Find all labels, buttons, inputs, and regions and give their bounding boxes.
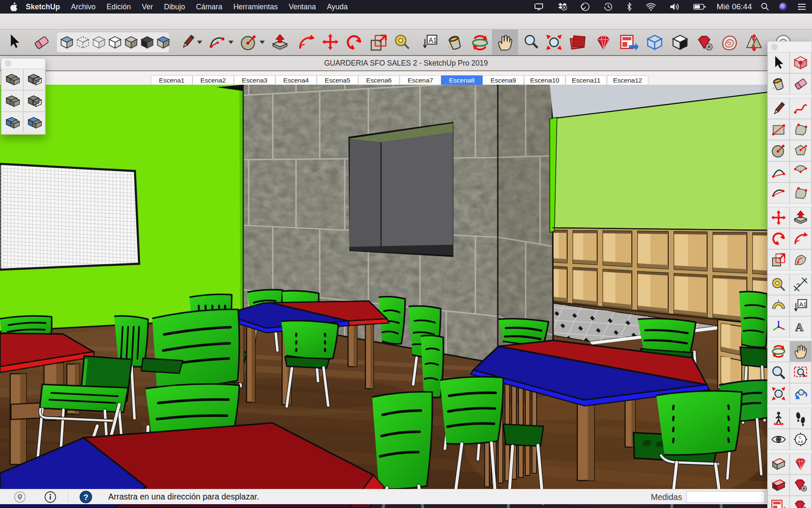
svg-text:A1: A1 bbox=[429, 37, 437, 44]
svg-text:3: 3 bbox=[796, 282, 802, 288]
svg-text:?: ? bbox=[83, 493, 88, 502]
svg-text:A: A bbox=[795, 321, 804, 334]
svg-text:A B: A B bbox=[798, 440, 803, 444]
svg-text:C: C bbox=[798, 435, 801, 439]
svg-text:A1: A1 bbox=[799, 301, 807, 308]
